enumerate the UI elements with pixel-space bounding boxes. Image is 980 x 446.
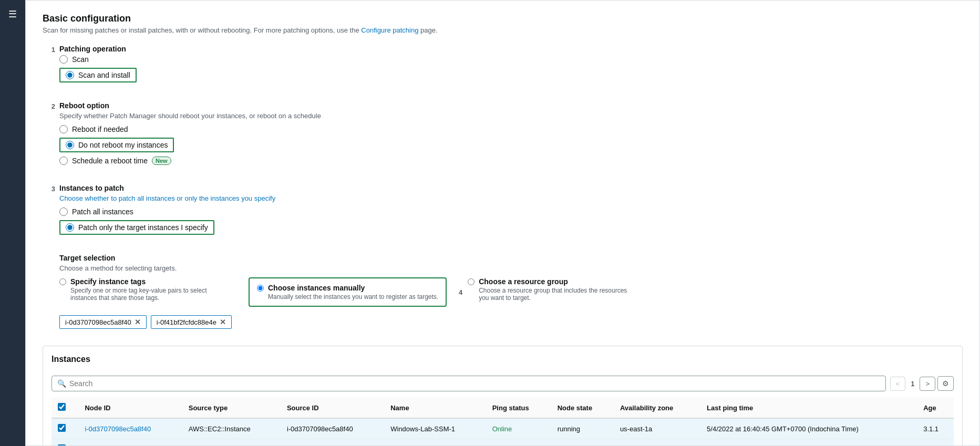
row2-name: Windows-Lab-SSM-2 <box>384 439 486 447</box>
row2-node-state: running <box>551 439 614 447</box>
radio-patch-target[interactable]: Patch only the target instances I specif… <box>59 220 963 235</box>
row2-source-id: i-0f41bf2fcfdc88e4e <box>281 439 384 447</box>
instances-table: Node ID Source type Source ID Name Ping … <box>51 398 954 446</box>
target-selection-section: Target selection Choose a method for sel… <box>43 254 963 337</box>
row1-last-ping-time: 5/4/2022 at 16:40:45 GMT+0700 (Indochina… <box>700 418 917 439</box>
reboot-option-label: Reboot option <box>59 101 963 110</box>
radio-scan-install-label: Scan and install <box>78 71 130 79</box>
radio-scan-input[interactable] <box>59 55 68 64</box>
radio-choose-manually-input[interactable] <box>257 285 264 292</box>
radio-scan-install[interactable]: Scan and install <box>59 68 963 82</box>
resource-group-desc: Choose a resource group that includes th… <box>479 287 636 302</box>
radio-schedule-reboot-label: Schedule a reboot time <box>72 157 148 165</box>
row1-node-id: i-0d3707098ec5a8f40 <box>78 418 182 439</box>
radio-scan-install-input[interactable] <box>66 71 74 79</box>
row1-name: Windows-Lab-SSM-1 <box>384 418 486 439</box>
radio-do-not-reboot-label: Do not reboot my instances <box>78 141 168 149</box>
configure-patching-link[interactable]: Configure patching <box>361 26 418 34</box>
radio-patch-all-input[interactable] <box>59 208 68 216</box>
section-header: Basic configuration Scan for missing pat… <box>43 13 963 34</box>
specify-tags-title: Specify instance tags <box>70 277 228 286</box>
resource-group-title: Choose a resource group <box>479 277 636 286</box>
row1-ping-status: Online <box>486 418 551 439</box>
search-input-container: 🔍 <box>51 376 886 391</box>
patching-operation-section: 1 Patching operation Scan <box>43 45 963 93</box>
col-checkbox[interactable] <box>51 398 78 418</box>
tag-chips-container: i-0d3707098ec5a8f40 ✕ i-0f41bf2fcfdc88e4… <box>59 315 963 335</box>
instances-title: Instances <box>51 355 90 364</box>
tag-chip-1-remove[interactable]: ✕ <box>135 318 141 326</box>
instances-table-body: i-0d3707098ec5a8f40 AWS::EC2::Instance i… <box>51 418 954 446</box>
col-node-id: Node ID <box>78 398 182 418</box>
row1-source-id: i-0d3707098ec5a8f40 <box>281 418 384 439</box>
row2-last-ping-time: 5/4/2022 at 16:39:41 GMT+0700 (Indochina… <box>700 439 917 447</box>
radio-do-not-reboot[interactable]: Do not reboot my instances <box>59 138 963 152</box>
row2-node-id: i-0f41bf2fcfdc88e4e <box>78 439 182 447</box>
target-option-resource-group[interactable]: Choose a resource group Choose a resourc… <box>468 277 636 302</box>
search-bar-wrapper: 🔍 < 1 > ⚙ <box>51 376 954 391</box>
instances-to-patch-desc: Choose whether to patch all instances or… <box>59 194 963 202</box>
reboot-option-desc: Specify whether Patch Manager should reb… <box>59 112 963 120</box>
reboot-option-radio-group: Reboot if needed Do not reboot my instan… <box>59 125 963 165</box>
choose-manually-title: Choose instances manually <box>268 284 438 292</box>
table-row: i-0f41bf2fcfdc88e4e AWS::EC2::Instance i… <box>51 439 954 447</box>
target-option-tags[interactable]: Specify instance tags Specify one or mor… <box>59 277 228 302</box>
col-source-type: Source type <box>182 398 281 418</box>
radio-schedule-reboot[interactable]: Schedule a reboot time New <box>59 157 963 165</box>
page-description: Scan for missing patches or install patc… <box>43 26 963 34</box>
radio-scan-label: Scan <box>72 55 89 64</box>
radio-patch-all[interactable]: Patch all instances <box>59 208 963 216</box>
tag-chip-1-value: i-0d3707098ec5a8f40 <box>65 318 131 326</box>
tag-chip-2-remove[interactable]: ✕ <box>220 318 226 326</box>
next-page-button[interactable]: > <box>920 377 935 391</box>
row1-checkbox[interactable] <box>51 418 78 439</box>
instances-to-patch-section: 3 Instances to patch Choose whether to p… <box>43 184 963 245</box>
page-title: Basic configuration <box>43 13 963 24</box>
step-3-number: 3 <box>43 184 59 193</box>
table-row: i-0d3707098ec5a8f40 AWS::EC2::Instance i… <box>51 418 954 439</box>
row2-checkbox[interactable] <box>51 439 78 447</box>
specify-tags-desc: Specify one or more tag key-value pairs … <box>70 287 228 302</box>
col-age: Age <box>917 398 954 418</box>
new-badge: New <box>152 157 171 165</box>
prev-page-button[interactable]: < <box>890 377 906 391</box>
patching-operation-radio-group: Scan Scan and install <box>59 55 963 82</box>
radio-do-not-reboot-input[interactable] <box>66 141 74 149</box>
row2-age: 3.1.1 <box>917 439 954 447</box>
tag-chip-2-value: i-0f41bf2fcfdc88e4e <box>157 318 216 326</box>
instances-to-patch-radio-group: Patch all instances Patch only the targe… <box>59 208 963 235</box>
row1-node-state: running <box>551 418 614 439</box>
instances-to-patch-link[interactable]: Choose whether to patch all instances or… <box>59 194 275 202</box>
instances-section: Instances 🔍 < 1 > ⚙ <box>43 346 963 446</box>
target-option-manual[interactable]: Choose instances manually Manually selec… <box>249 277 447 307</box>
radio-reboot-if-needed[interactable]: Reboot if needed <box>59 125 963 133</box>
settings-button[interactable]: ⚙ <box>937 376 954 391</box>
instances-to-patch-label: Instances to patch <box>59 184 963 192</box>
table-header-row: Node ID Source type Source ID Name Ping … <box>51 398 954 418</box>
radio-specify-tags-input[interactable] <box>59 278 66 285</box>
pagination-controls: < 1 > ⚙ <box>890 376 954 391</box>
search-input[interactable] <box>69 379 880 388</box>
radio-resource-group-input[interactable] <box>468 278 474 285</box>
radio-patch-all-label: Patch all instances <box>72 208 133 216</box>
radio-reboot-if-needed-input[interactable] <box>59 125 68 133</box>
col-name: Name <box>384 398 486 418</box>
choose-manually-desc: Manually select the instances you want t… <box>268 293 438 300</box>
row2-ping-status: Online <box>486 439 551 447</box>
radio-scan[interactable]: Scan <box>59 55 963 64</box>
radio-patch-target-label: Patch only the target instances I specif… <box>78 223 208 232</box>
step-4-number: 4 <box>459 288 462 296</box>
col-availability-zone: Availability zone <box>614 398 700 418</box>
step-4-number-placeholder <box>43 254 59 255</box>
step-1-number: 1 <box>43 45 59 54</box>
menu-icon[interactable]: ☰ <box>8 8 17 20</box>
radio-patch-target-input[interactable] <box>66 223 74 232</box>
row1-source-type: AWS::EC2::Instance <box>182 418 281 439</box>
radio-schedule-reboot-input[interactable] <box>59 157 68 165</box>
tag-chip-2: i-0f41bf2fcfdc88e4e ✕ <box>151 315 232 329</box>
tag-chip-1: i-0d3707098ec5a8f40 ✕ <box>59 315 147 329</box>
main-content: Basic configuration Scan for missing pat… <box>25 0 980 446</box>
radio-reboot-if-needed-label: Reboot if needed <box>72 125 128 133</box>
select-all-checkbox[interactable] <box>58 403 66 411</box>
row1-checkbox-input[interactable] <box>58 424 66 432</box>
